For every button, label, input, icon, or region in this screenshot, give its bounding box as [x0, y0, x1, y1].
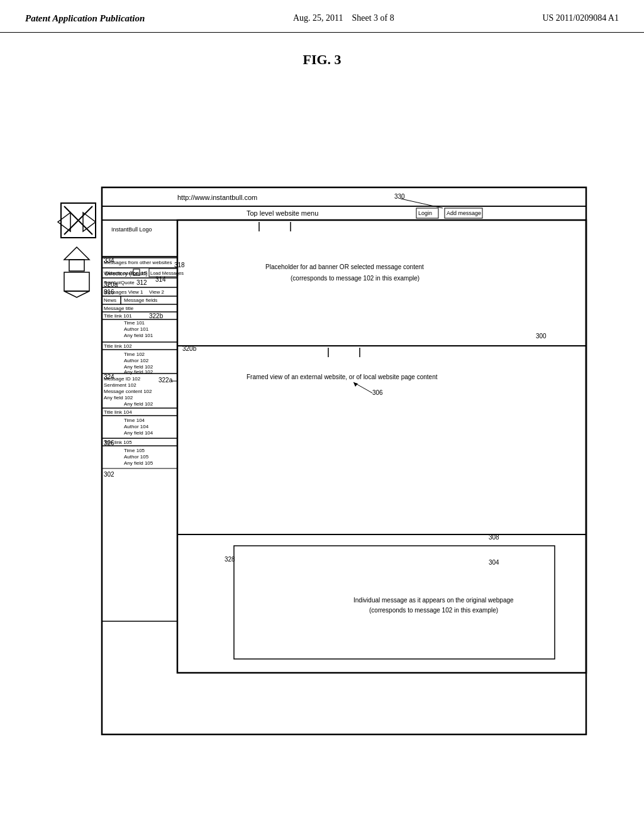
publication-date: Aug. 25, 2011	[293, 13, 343, 23]
svg-text:Symbol: Symbol	[104, 280, 121, 285]
svg-text:Framed view of an external web: Framed view of an external website, or o…	[247, 374, 438, 380]
svg-text:Message content 102: Message content 102	[104, 389, 152, 394]
svg-text:306: 306	[372, 389, 383, 396]
svg-text:Message ID 102: Message ID 102	[104, 376, 141, 382]
svg-text:(corresponds to message 102 in: (corresponds to message 102 in this exam…	[291, 275, 419, 282]
svg-text:News: News	[104, 297, 116, 303]
svg-text:302: 302	[104, 471, 114, 478]
page-header: Patent Application Publication Aug. 25, …	[0, 0, 644, 33]
diagram-svg: http://www.instantbull.com Top level web…	[52, 87, 592, 750]
publication-title-text: Patent Application Publication	[25, 13, 145, 23]
svg-text:Any field 105: Any field 105	[124, 460, 153, 466]
figure-title-text: FIG. 3	[303, 52, 341, 67]
svg-text:314: 314	[155, 276, 166, 283]
svg-text:Time 101: Time 101	[124, 320, 145, 326]
svg-rect-4	[64, 272, 89, 291]
svg-text:328: 328	[225, 556, 235, 563]
svg-rect-12	[102, 206, 586, 220]
svg-text:Messages from other websites: Messages from other websites	[104, 260, 172, 265]
svg-text:Time 104: Time 104	[124, 418, 145, 423]
svg-text:Any field 102: Any field 102	[104, 395, 133, 401]
svg-text:304: 304	[489, 559, 499, 566]
svg-text:Individual message as it appea: Individual message as it appears on the …	[353, 597, 514, 604]
svg-text:312: 312	[136, 279, 147, 286]
svg-rect-25	[102, 257, 177, 621]
svg-text:Placeholder for ad banner OR s: Placeholder for ad banner OR selected me…	[265, 263, 424, 270]
publication-title: Patent Application Publication	[25, 11, 145, 26]
svg-text:322a: 322a	[158, 377, 173, 384]
svg-text:Quote: Quote	[121, 280, 135, 285]
svg-text:Add message: Add message	[447, 210, 481, 216]
svg-marker-5	[64, 291, 89, 297]
svg-text:Login: Login	[418, 210, 432, 216]
svg-text:Sentiment 102: Sentiment 102	[104, 382, 136, 388]
patent-number: US 2011/0209084 A1	[542, 11, 619, 25]
svg-text:Message fields: Message fields	[124, 297, 157, 303]
svg-text:Author 104: Author 104	[124, 424, 149, 429]
svg-text:Any field 102: Any field 102	[124, 401, 153, 407]
svg-text:Author 101: Author 101	[124, 326, 149, 332]
svg-rect-3	[69, 260, 84, 271]
svg-text:320b: 320b	[182, 345, 197, 352]
svg-text:Title link 105: Title link 105	[104, 440, 132, 445]
diagram-container: http://www.instantbull.com Top level web…	[52, 87, 592, 750]
svg-rect-85	[177, 220, 586, 346]
svg-text:Messages View 1: Messages View 1	[104, 289, 143, 295]
svg-marker-1	[83, 213, 96, 231]
svg-text:Load Messages: Load Messages	[150, 270, 184, 276]
svg-text:322b: 322b	[149, 313, 164, 319]
svg-text:http://www.instantbull.com: http://www.instantbull.com	[177, 194, 257, 201]
svg-text:Title link 101: Title link 101	[104, 313, 132, 319]
svg-rect-10	[102, 187, 586, 206]
svg-text:Message title: Message title	[104, 306, 134, 311]
svg-text:Any field 102: Any field 102	[124, 369, 153, 375]
svg-text:Author 102: Author 102	[124, 358, 149, 363]
svg-text:InstantBull Logo: InstantBull Logo	[111, 226, 152, 233]
svg-rect-108	[177, 220, 586, 673]
sheet-number: Sheet 3 of 8	[352, 13, 394, 23]
svg-text:300: 300	[536, 333, 547, 340]
svg-text:Time 105: Time 105	[124, 448, 145, 453]
svg-text:Title link 102: Title link 102	[104, 343, 132, 349]
svg-text:View 2: View 2	[149, 289, 164, 295]
svg-text:Any field 104: Any field 104	[124, 430, 153, 436]
svg-marker-0	[58, 213, 70, 231]
svg-text:330: 330	[394, 193, 405, 200]
svg-text:Title link 104: Title link 104	[104, 409, 132, 415]
patent-number-text: US 2011/0209084 A1	[542, 13, 619, 23]
svg-text:Author 105: Author 105	[124, 454, 149, 460]
svg-rect-20	[102, 220, 177, 258]
figure-title: FIG. 3	[0, 52, 644, 68]
svg-text:308: 308	[489, 534, 499, 541]
svg-text:318: 318	[174, 262, 185, 268]
svg-text:(corresponds to message 102 in: (corresponds to message 102 in this exam…	[369, 607, 498, 614]
svg-text:Top level website menu: Top level website menu	[247, 209, 318, 217]
svg-text:Any field 101: Any field 101	[124, 333, 153, 338]
svg-marker-2	[64, 247, 89, 260]
svg-text:15: 15	[141, 270, 147, 276]
publication-date-sheet: Aug. 25, 2011 Sheet 3 of 8	[293, 11, 394, 25]
svg-rect-97	[177, 534, 586, 673]
svg-text:Time 102: Time 102	[124, 351, 145, 357]
main-content: http://www.instantbull.com Top level web…	[0, 80, 644, 775]
